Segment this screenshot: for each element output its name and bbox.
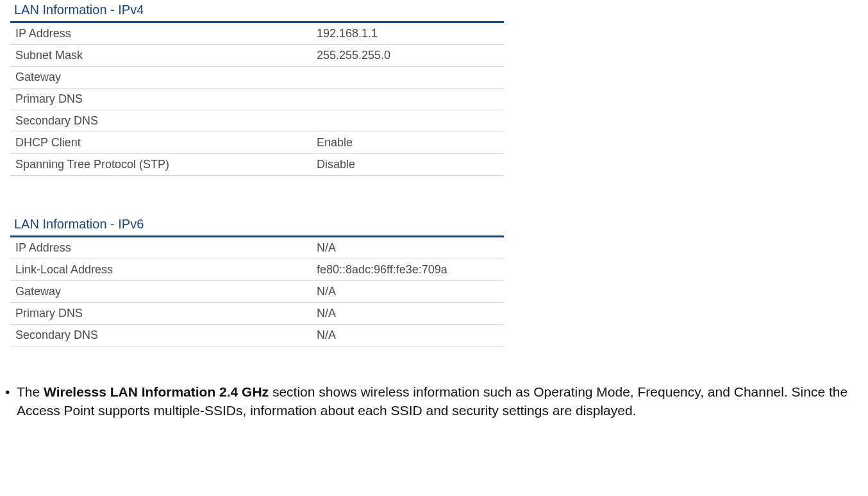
lan-ipv4-title: LAN Information - IPv4 [10,0,504,23]
row-label: Gateway [10,281,312,303]
row-label: Spanning Tree Protocol (STP) [10,154,312,176]
lan-ipv4-table: IP Address 192.168.1.1 Subnet Mask 255.2… [10,23,504,176]
lan-ipv6-table: IP Address N/A Link-Local Address fe80::… [10,237,504,346]
table-row: Spanning Tree Protocol (STP) Disable [10,154,504,176]
row-label: IP Address [10,23,312,45]
row-label: Primary DNS [10,89,312,110]
row-label: Secondary DNS [10,325,312,346]
row-label: DHCP Client [10,132,312,154]
row-label: Secondary DNS [10,110,312,132]
row-value: fe80::8adc:96ff:fe3e:709a [312,259,504,281]
lan-ipv4-panel: LAN Information - IPv4 IP Address 192.16… [10,0,504,176]
note-pre: The [17,384,44,399]
row-value: Disable [312,154,504,176]
row-label: Link-Local Address [10,259,312,281]
table-row: DHCP Client Enable [10,132,504,154]
row-value [312,110,504,132]
bullet-icon: • [5,382,17,420]
row-label: Primary DNS [10,303,312,325]
row-value: Enable [312,132,504,154]
note-bold: Wirelesss LAN Information 2.4 GHz [44,384,269,399]
row-value [312,67,504,89]
spacer [0,176,868,214]
row-value: N/A [312,325,504,346]
table-row: Link-Local Address fe80::8adc:96ff:fe3e:… [10,259,504,281]
row-value: 192.168.1.1 [312,23,504,45]
table-row: Subnet Mask 255.255.255.0 [10,45,504,67]
row-value: N/A [312,303,504,325]
row-label: Subnet Mask [10,45,312,67]
row-value: N/A [312,281,504,303]
row-label: Gateway [10,67,312,89]
table-row: Secondary DNS N/A [10,325,504,346]
table-row: Gateway N/A [10,281,504,303]
row-value: 255.255.255.0 [312,45,504,67]
table-row: IP Address 192.168.1.1 [10,23,504,45]
row-value: N/A [312,237,504,259]
wireless-note: • The Wirelesss LAN Information 2.4 GHz … [5,382,868,420]
table-row: Gateway [10,67,504,89]
wireless-note-text: The Wirelesss LAN Information 2.4 GHz se… [17,382,868,420]
lan-ipv6-panel: LAN Information - IPv6 IP Address N/A Li… [10,214,504,346]
table-row: Primary DNS [10,89,504,110]
row-value [312,89,504,110]
table-row: Primary DNS N/A [10,303,504,325]
row-label: IP Address [10,237,312,259]
table-row: Secondary DNS [10,110,504,132]
lan-ipv6-title: LAN Information - IPv6 [10,214,504,237]
table-row: IP Address N/A [10,237,504,259]
